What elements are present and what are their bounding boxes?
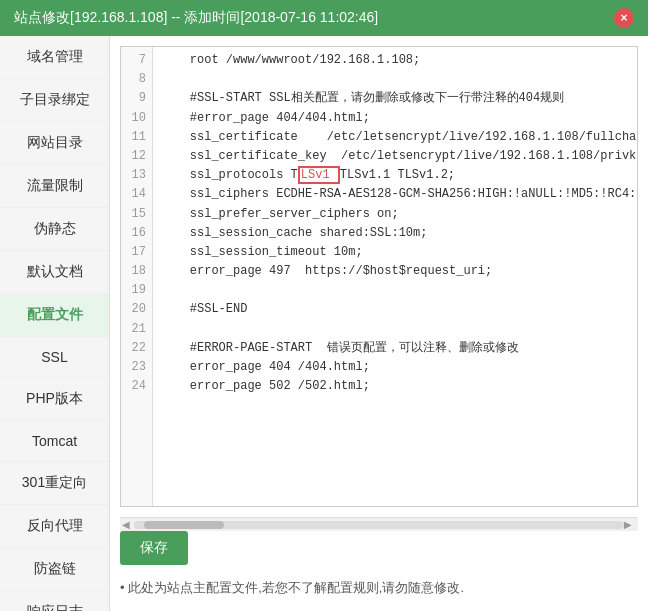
code-content[interactable]: root /www/wwwroot/192.168.1.108; #SSL-ST… [153,47,637,506]
code-line-22: #ERROR-PAGE-START 错误页配置，可以注释、删除或修改 [161,339,629,358]
sidebar-item-php-version[interactable]: PHP版本 [0,378,109,421]
code-editor[interactable]: 789101112131415161718192021222324 root /… [120,46,638,507]
save-button[interactable]: 保存 [120,531,188,565]
code-line-17: ssl_session_timeout 10m; [161,243,629,262]
code-line-24: error_page 502 /502.html; [161,377,629,396]
main-content: 789101112131415161718192021222324 root /… [110,36,648,611]
code-line-16: ssl_session_cache shared:SSL:10m; [161,224,629,243]
modal: 站点修改[192.168.1.108] -- 添加时间[2018-07-16 1… [0,0,648,611]
close-button[interactable]: × [614,8,634,28]
line-number-10: 10 [127,109,146,128]
sidebar-item-default-doc[interactable]: 默认文档 [0,251,109,294]
line-number-23: 23 [127,358,146,377]
sidebar-item-ssl[interactable]: SSL [0,337,109,378]
code-line-13: ssl_protocols TLSv1 TLSv1.1 TLSv1.2; [161,166,629,185]
code-scroll-area[interactable]: 789101112131415161718192021222324 root /… [121,47,637,506]
code-line-15: ssl_prefer_server_ciphers on; [161,205,629,224]
line-number-17: 17 [127,243,146,262]
modal-title: 站点修改[192.168.1.108] -- 添加时间[2018-07-16 1… [14,9,378,27]
sidebar-item-pseudo-static[interactable]: 伪静态 [0,208,109,251]
line-number-8: 8 [127,70,146,89]
modal-body: 域名管理子目录绑定网站目录流量限制伪静态默认文档配置文件SSLPHP版本Tomc… [0,36,648,611]
code-line-12: ssl_certificate_key /etc/letsencrypt/liv… [161,147,629,166]
line-number-20: 20 [127,300,146,319]
sidebar-item-website-dir[interactable]: 网站目录 [0,122,109,165]
line-numbers: 789101112131415161718192021222324 [121,47,153,506]
line-number-16: 16 [127,224,146,243]
line-number-9: 9 [127,89,146,108]
sidebar-item-access-log[interactable]: 响应日志 [0,591,109,611]
sidebar-item-redirect-301[interactable]: 301重定向 [0,462,109,505]
line-number-18: 18 [127,262,146,281]
line-number-7: 7 [127,51,146,70]
scroll-track[interactable] [134,521,624,529]
sidebar-item-hotlink[interactable]: 防盗链 [0,548,109,591]
sidebar-item-traffic[interactable]: 流量限制 [0,165,109,208]
line-number-11: 11 [127,128,146,147]
line-number-15: 15 [127,205,146,224]
code-line-7: root /www/wwwroot/192.168.1.108; [161,51,629,70]
line-number-22: 22 [127,339,146,358]
code-line-8 [161,70,629,89]
code-line-19 [161,281,629,300]
code-line-14: ssl_ciphers ECDHE-RSA-AES128-GCM-SHA256:… [161,185,629,204]
line-number-21: 21 [127,320,146,339]
scroll-thumb[interactable] [144,521,224,529]
sidebar: 域名管理子目录绑定网站目录流量限制伪静态默认文档配置文件SSLPHP版本Tomc… [0,36,110,611]
line-number-19: 19 [127,281,146,300]
line-number-24: 24 [127,377,146,396]
line-number-13: 13 [127,166,146,185]
line-number-14: 14 [127,185,146,204]
code-line-9: #SSL-START SSL相关配置，请勿删除或修改下一行带注释的404规则 [161,89,629,108]
close-icon: × [620,11,627,25]
sidebar-item-config-file[interactable]: 配置文件 [0,294,109,337]
scroll-left-btn[interactable]: ◀ [122,519,134,530]
notice-text: 此处为站点主配置文件,若您不了解配置规则,请勿随意修改. [120,575,638,601]
code-line-10: #error_page 404/404.html; [161,109,629,128]
code-line-18: error_page 497 https://$host$request_uri… [161,262,629,281]
line-number-12: 12 [127,147,146,166]
sidebar-item-subdir[interactable]: 子目录绑定 [0,79,109,122]
code-line-21 [161,320,629,339]
modal-header: 站点修改[192.168.1.108] -- 添加时间[2018-07-16 1… [0,0,648,36]
sidebar-item-tomcat[interactable]: Tomcat [0,421,109,462]
sidebar-item-reverse-proxy[interactable]: 反向代理 [0,505,109,548]
sidebar-item-domain[interactable]: 域名管理 [0,36,109,79]
code-line-23: error_page 404 /404.html; [161,358,629,377]
horizontal-scrollbar[interactable]: ◀ ▶ [120,517,638,531]
highlighted-text: LSv1 [298,166,340,184]
code-line-20: #SSL-END [161,300,629,319]
code-line-11: ssl_certificate /etc/letsencrypt/live/19… [161,128,629,147]
scroll-right-btn[interactable]: ▶ [624,519,636,530]
